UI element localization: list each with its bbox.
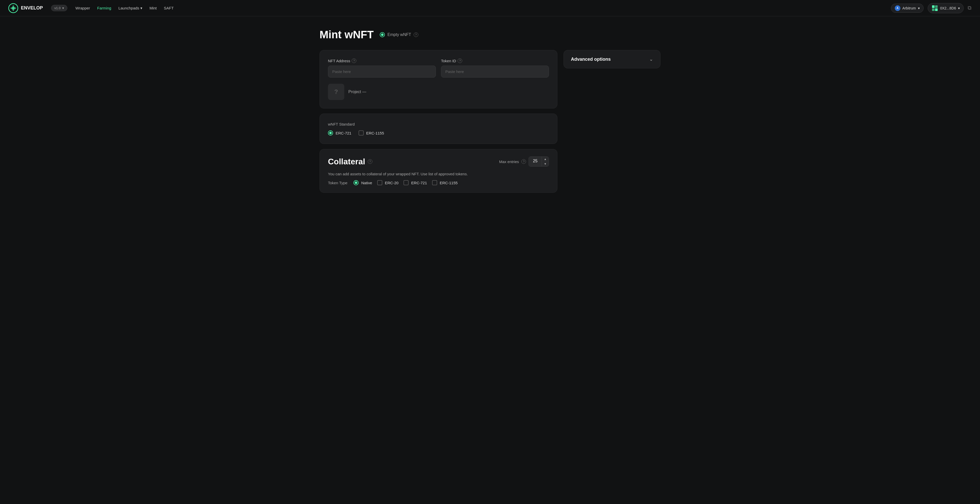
erc721-radio[interactable]	[328, 130, 333, 135]
advanced-card-header: Advanced options ⌄	[571, 56, 653, 62]
advanced-options-card[interactable]: Advanced options ⌄	[563, 50, 660, 68]
collateral-description: You can add assets to collateral of your…	[328, 172, 549, 176]
page-title: Mint wNFT	[320, 29, 374, 41]
svg-rect-4	[935, 8, 938, 11]
copy-icon[interactable]	[968, 6, 972, 10]
token-id-group: Token ID ?	[441, 59, 549, 78]
nft-form-row: NFT Address ? Token ID ?	[328, 59, 549, 78]
nft-form-card: NFT Address ? Token ID ? ?	[320, 50, 557, 108]
wallet-grid-icon	[932, 5, 938, 11]
chevron-down-icon: ▾	[140, 6, 142, 11]
empty-wnft-toggle[interactable]: Empty wNFT ?	[380, 32, 418, 37]
token-erc1155-radio[interactable]	[432, 180, 437, 185]
erc1155-option[interactable]: ERC-1155	[359, 130, 384, 135]
token-type-label: Token Type	[328, 181, 347, 185]
nav-saft[interactable]: SAFT	[164, 6, 173, 10]
nav-launchpads[interactable]: Launchpads ▾	[118, 6, 142, 11]
page-title-row: Mint wNFT Empty wNFT ?	[320, 29, 660, 41]
nft-address-group: NFT Address ?	[328, 59, 436, 78]
advanced-options-title: Advanced options	[571, 57, 611, 62]
nav-farming[interactable]: Farming	[97, 6, 111, 10]
stepper-down-button[interactable]: ▼	[542, 162, 549, 166]
arbitrum-icon: A	[895, 5, 900, 11]
chevron-down-icon: ▾	[918, 6, 920, 10]
right-column: Advanced options ⌄	[563, 50, 660, 68]
version-badge[interactable]: v1.0 ▾	[51, 5, 67, 11]
project-placeholder-icon: ?	[328, 84, 344, 100]
wnft-standard-label: wNFT Standard	[328, 122, 549, 126]
app-name: ENVELOP	[21, 5, 43, 11]
network-selector[interactable]: A Arbitrum ▾	[891, 3, 924, 13]
max-entries-row: Max entries ? 25 ▲ ▼	[499, 156, 549, 167]
token-native-option[interactable]: Native	[353, 180, 372, 185]
collateral-help-icon[interactable]: ?	[368, 159, 372, 164]
navbar: ENVELOP v1.0 ▾ Wrapper Farming Launchpad…	[0, 0, 980, 16]
token-erc721-radio[interactable]	[404, 180, 409, 185]
main-content: Mint wNFT Empty wNFT ? NFT Address ?	[311, 16, 669, 205]
chevron-down-icon: ▾	[958, 6, 960, 10]
project-row: ? Project —	[328, 84, 549, 100]
nft-address-help-icon[interactable]: ?	[352, 59, 356, 63]
erc1155-radio[interactable]	[359, 130, 364, 135]
left-column: NFT Address ? Token ID ? ?	[320, 50, 557, 193]
svg-rect-1	[932, 5, 935, 8]
token-erc721-option[interactable]: ERC-721	[404, 180, 427, 185]
token-id-help-icon[interactable]: ?	[458, 59, 462, 63]
token-native-radio[interactable]	[353, 180, 359, 185]
token-erc20-radio[interactable]	[377, 180, 382, 185]
wnft-standard-options: ERC-721 ERC-1155	[328, 130, 549, 135]
svg-rect-2	[935, 5, 938, 8]
max-entries-help-icon[interactable]: ?	[522, 159, 526, 164]
wallet-button[interactable]: 0X2...8D6 ▾	[928, 3, 964, 13]
navbar-right: A Arbitrum ▾ 0X2...8D6 ▾	[891, 3, 972, 13]
collateral-title-row: Collateral ?	[328, 157, 372, 166]
collateral-header: Collateral ? Max entries ? 25 ▲ ▼	[328, 156, 549, 167]
wnft-standard-card: wNFT Standard ERC-721 ERC-1155	[320, 114, 557, 144]
collateral-title: Collateral	[328, 157, 365, 166]
token-type-row: Token Type Native ERC-20 ERC-721	[328, 180, 549, 185]
nft-address-input[interactable]	[328, 65, 436, 78]
chevron-down-icon: ▾	[62, 6, 64, 10]
nav-mint[interactable]: Mint	[150, 6, 157, 10]
two-col-layout: NFT Address ? Token ID ? ?	[320, 50, 660, 193]
stepper-up-button[interactable]: ▲	[542, 157, 549, 162]
nav-links: Wrapper Farming Launchpads ▾ Mint SAFT	[76, 6, 883, 11]
collateral-card: Collateral ? Max entries ? 25 ▲ ▼	[320, 149, 557, 193]
token-erc1155-option[interactable]: ERC-1155	[432, 180, 458, 185]
app-logo[interactable]: ENVELOP	[8, 3, 43, 13]
empty-wnft-help-icon[interactable]: ?	[414, 32, 418, 37]
stepper-buttons: ▲ ▼	[542, 157, 549, 166]
project-label: Project —	[348, 89, 366, 94]
nav-wrapper[interactable]: Wrapper	[76, 6, 90, 10]
nft-address-label: NFT Address ?	[328, 59, 436, 63]
token-id-input[interactable]	[441, 65, 549, 78]
max-entries-stepper[interactable]: 25 ▲ ▼	[528, 156, 549, 167]
token-id-label: Token ID ?	[441, 59, 549, 63]
token-erc20-option[interactable]: ERC-20	[377, 180, 398, 185]
svg-rect-3	[932, 8, 935, 11]
max-entries-value: 25	[529, 157, 542, 166]
advanced-chevron-icon: ⌄	[649, 56, 653, 62]
erc721-option[interactable]: ERC-721	[328, 130, 352, 135]
empty-wnft-radio[interactable]	[380, 32, 385, 37]
